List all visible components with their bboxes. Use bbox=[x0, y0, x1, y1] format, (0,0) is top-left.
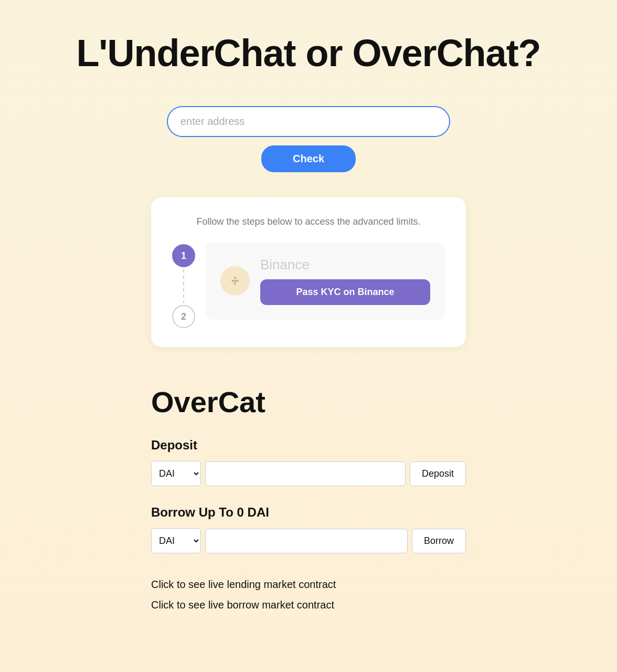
steps-card: Follow the steps below to access the adv… bbox=[151, 197, 466, 347]
check-button[interactable]: Check bbox=[261, 145, 356, 172]
search-section: Check bbox=[167, 106, 450, 172]
step-1-content: Binance Pass KYC on Binance bbox=[206, 242, 445, 320]
overcat-title: OverCat bbox=[151, 385, 466, 419]
step-2-circle: 2 bbox=[172, 305, 195, 328]
deposit-button[interactable]: Deposit bbox=[410, 461, 466, 486]
deposit-amount-input[interactable] bbox=[205, 461, 406, 486]
borrow-amount-input[interactable] bbox=[205, 529, 408, 553]
deposit-input-row: DAI USDC ETH WBTC Deposit bbox=[151, 461, 466, 486]
address-input[interactable] bbox=[167, 106, 450, 137]
step-platform-name: Binance bbox=[260, 257, 430, 273]
kyc-button[interactable]: Pass KYC on Binance bbox=[260, 279, 430, 305]
borrow-contract-link[interactable]: Click to see live borrow market contract bbox=[151, 599, 466, 611]
binance-icon bbox=[220, 266, 250, 296]
contract-links: Click to see live lending market contrac… bbox=[151, 579, 466, 611]
steps-container: 1 2 Binance Pass KYC on Binance bbox=[172, 242, 445, 328]
lending-contract-link[interactable]: Click to see live lending market contrac… bbox=[151, 579, 466, 591]
step-2-number: 2 bbox=[181, 311, 186, 322]
step-1-number: 1 bbox=[181, 250, 186, 261]
borrow-section: Borrow Up To 0 DAI DAI USDC ETH WBTC Bor… bbox=[151, 505, 466, 553]
steps-description: Follow the steps below to access the adv… bbox=[172, 216, 445, 227]
overcat-section: OverCat Deposit DAI USDC ETH WBTC Deposi… bbox=[151, 385, 466, 611]
borrow-limit-label: Borrow Up To 0 DAI bbox=[151, 505, 466, 520]
borrow-token-select[interactable]: DAI USDC ETH WBTC bbox=[151, 528, 201, 553]
deposit-label: Deposit bbox=[151, 438, 466, 453]
step-1-circle: 1 bbox=[172, 244, 195, 267]
deposit-section: Deposit DAI USDC ETH WBTC Deposit bbox=[151, 438, 466, 486]
page-title: L'UnderChat or OverChat? bbox=[76, 32, 540, 75]
borrow-input-row: DAI USDC ETH WBTC Borrow bbox=[151, 528, 466, 553]
borrow-button[interactable]: Borrow bbox=[412, 529, 466, 553]
step-1-info: Binance Pass KYC on Binance bbox=[260, 257, 430, 305]
deposit-token-select[interactable]: DAI USDC ETH WBTC bbox=[151, 461, 201, 486]
step-connector bbox=[183, 269, 184, 303]
steps-numbers: 1 2 bbox=[172, 242, 195, 328]
